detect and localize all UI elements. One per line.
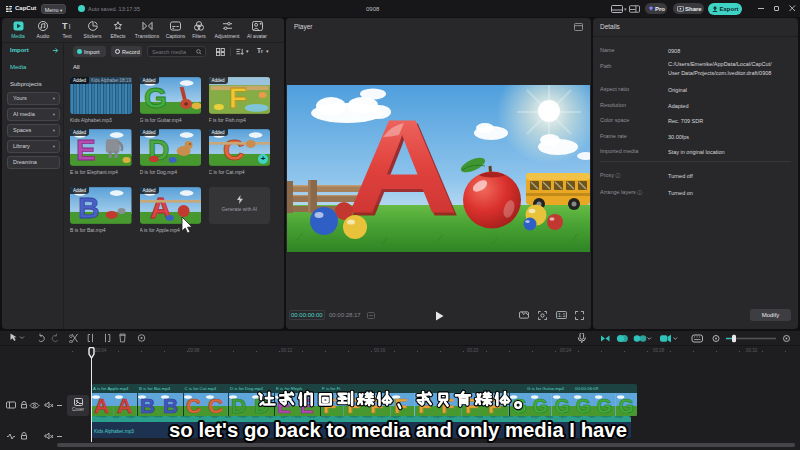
svg-text:T: T bbox=[62, 21, 68, 31]
svg-text:C: C bbox=[222, 133, 244, 166]
svg-text:F: F bbox=[228, 81, 246, 114]
svg-text:G: G bbox=[143, 81, 166, 114]
svg-text:so let's go back to media and: so let's go back to media and only media… bbox=[169, 419, 627, 441]
svg-text:I: I bbox=[68, 23, 70, 30]
svg-text:1:1: 1:1 bbox=[558, 312, 565, 318]
svg-text:E: E bbox=[76, 133, 96, 166]
svg-text:B: B bbox=[78, 191, 100, 224]
